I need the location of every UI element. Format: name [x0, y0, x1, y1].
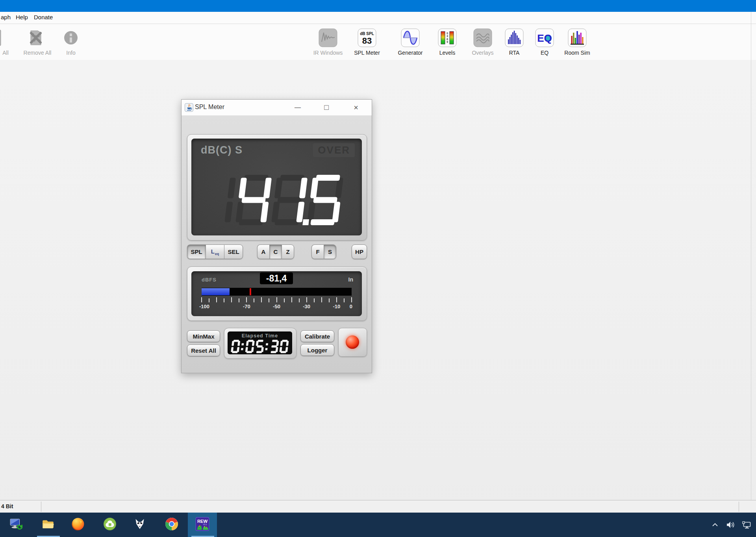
- toolbar-item-label: SPL Meter: [349, 50, 385, 56]
- lcd-display: dB(C) S OVER: [191, 139, 362, 235]
- room-sim-icon: [560, 28, 595, 47]
- taskbar-app-file-explorer[interactable]: [35, 513, 61, 537]
- meter-tick: [239, 298, 239, 302]
- record-button[interactable]: [338, 328, 367, 357]
- meter-tick: [329, 298, 330, 302]
- toolbar-item-generator[interactable]: Generator: [393, 28, 428, 56]
- java-app-icon: [185, 103, 193, 112]
- svg-text:6: 6: [447, 38, 448, 41]
- meter-tick: [284, 298, 285, 302]
- reset-all-button[interactable]: Reset All: [187, 344, 220, 356]
- menu-item-help[interactable]: Help: [16, 14, 28, 20]
- z-button[interactable]: Z: [282, 244, 294, 259]
- cloud-media-icon: [103, 517, 117, 532]
- meter-tick: [246, 297, 247, 302]
- c-button[interactable]: C: [269, 244, 282, 259]
- svg-text:EQ: EQ: [537, 32, 552, 44]
- taskbar: REWV5.1: [0, 513, 756, 537]
- meter-tick-scale: [202, 297, 352, 303]
- remote-desktop-icon: [9, 517, 22, 532]
- meter-unit-label: dBFS: [202, 277, 217, 283]
- meter-input-label: In: [348, 276, 353, 283]
- input-meter-bezel-panel: dBFS -81,4 In -100-70-50-30-100: [187, 267, 367, 321]
- leq-button[interactable]: Leq: [206, 244, 224, 259]
- over-indicator: OVER: [313, 143, 355, 157]
- close-button[interactable]: ×: [347, 100, 365, 115]
- toolbar-item-ir-windows[interactable]: IR Windows: [310, 28, 346, 56]
- toolbar-item-spl-meter[interactable]: dB SPL83SPL Meter: [349, 28, 385, 56]
- svg-text:0: 0: [447, 32, 448, 35]
- svg-text:9: 9: [447, 41, 448, 43]
- tray-speaker[interactable]: [724, 518, 737, 531]
- toolbar-item-remove-all[interactable]: Remove All: [20, 28, 55, 56]
- logger-button[interactable]: Logger: [300, 344, 334, 356]
- svg-text:83: 83: [362, 36, 372, 46]
- maximize-button[interactable]: □: [317, 100, 335, 115]
- toolbar-item-label: EQ: [527, 50, 562, 56]
- taskbar-app-firefox[interactable]: [65, 513, 91, 537]
- meter-tick: [224, 298, 224, 302]
- toolbar-item-label: IR Windows: [310, 50, 346, 56]
- rew-icon: REWV5.1: [195, 517, 209, 533]
- screen: aph Help Donate AllRemove AllInfoIR Wind…: [0, 0, 756, 537]
- meter-scale-label: -10: [333, 304, 340, 309]
- spl-reading-digits: [219, 173, 353, 228]
- menu-item-donate[interactable]: Donate: [34, 14, 53, 20]
- f-button[interactable]: F: [311, 244, 324, 259]
- meter-tick: [344, 298, 345, 302]
- button-group: HP: [352, 244, 367, 259]
- remove-all-icon: [20, 28, 55, 47]
- meter-value-readout: -81,4: [260, 272, 293, 284]
- meter-tick: [351, 297, 352, 302]
- status-separator: [739, 502, 739, 512]
- sel-button[interactable]: SEL: [224, 244, 243, 259]
- toolbar-item-room-sim[interactable]: Room Sim: [560, 28, 595, 56]
- menu-item-graph-partial[interactable]: aph: [1, 14, 11, 20]
- toolbar-item-levels[interactable]: 0369Levels: [430, 28, 465, 56]
- meter-scale-label: -100: [199, 304, 209, 309]
- input-meter-display: dBFS -81,4 In -100-70-50-30-100: [191, 271, 362, 316]
- toolbar-item-label: Info: [53, 50, 89, 56]
- elapsed-time-display: Elapsed Time: [228, 331, 292, 354]
- calibrate-button[interactable]: Calibrate: [300, 330, 334, 342]
- button-group: FS: [311, 244, 336, 259]
- minmax-button[interactable]: MinMax: [187, 330, 220, 342]
- elapsed-time-bezel: Elapsed Time: [224, 328, 296, 359]
- meter-scale-label: 0: [350, 304, 352, 309]
- generator-icon: [393, 28, 428, 47]
- spl-window-title-bar[interactable]: SPL Meter — □ ×: [182, 100, 372, 116]
- taskbar-app-rew[interactable]: REWV5.1: [190, 513, 215, 537]
- os-title-bar: [0, 0, 756, 12]
- taskbar-app-cloud-media[interactable]: [97, 513, 122, 537]
- taskbar-app-remote-desktop[interactable]: [3, 513, 28, 537]
- toolbar-item-eq[interactable]: EQEQ: [527, 28, 562, 56]
- record-led-icon: [346, 335, 359, 349]
- info-icon: [53, 28, 89, 47]
- overlays-icon: [465, 28, 500, 47]
- elapsed-time-label: Elapsed Time: [228, 333, 292, 339]
- meter-tick: [336, 297, 337, 302]
- toolbar-item-label: Generator: [393, 50, 428, 56]
- meter-tick: [306, 297, 307, 302]
- s-button[interactable]: S: [324, 244, 336, 259]
- toolbar-item-info[interactable]: Info: [53, 28, 89, 56]
- ir-windows-icon: [310, 28, 346, 47]
- firefox-icon: [71, 517, 85, 532]
- meter-scale-labels: -100-70-50-30-100: [202, 304, 352, 310]
- meter-scale-label: -70: [243, 304, 250, 309]
- toolbar-item-overlays[interactable]: Overlays: [465, 28, 500, 56]
- lcd-bezel-panel: dB(C) S OVER: [187, 134, 367, 241]
- tray-chevron-up[interactable]: [708, 518, 722, 531]
- taskbar-app-chrome[interactable]: [159, 513, 184, 537]
- taskbar-app-foobar2000[interactable]: [127, 513, 152, 537]
- meter-tick: [201, 297, 202, 302]
- toolbar-item-label: Overlays: [465, 50, 500, 56]
- tray-network[interactable]: [740, 518, 754, 531]
- level-meter-bar: [202, 288, 352, 296]
- hp-button[interactable]: HP: [352, 244, 367, 259]
- spl-button[interactable]: SPL: [187, 244, 206, 259]
- elapsed-time-digits: [230, 339, 290, 354]
- minimize-button[interactable]: —: [289, 100, 307, 115]
- button-group: SPLLeqSEL: [187, 244, 243, 259]
- a-button[interactable]: A: [257, 244, 269, 259]
